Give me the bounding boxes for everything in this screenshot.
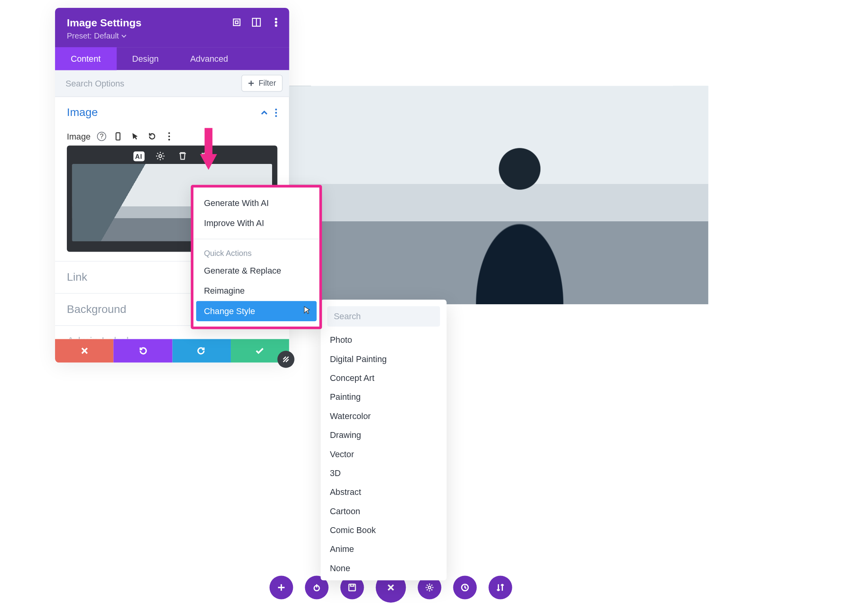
style-option[interactable]: Concept Art (321, 368, 447, 387)
ai-button[interactable]: AI (133, 151, 144, 161)
style-option[interactable]: Painting (321, 388, 447, 406)
fab-history[interactable] (453, 576, 477, 599)
svg-rect-1 (236, 21, 238, 24)
style-option[interactable]: Anime (321, 540, 447, 559)
svg-point-16 (158, 154, 161, 157)
columns-icon[interactable] (251, 17, 262, 28)
preset-selector[interactable]: Preset: Default (67, 31, 277, 40)
style-option[interactable]: Photo (321, 331, 447, 349)
fab-sort[interactable] (489, 576, 512, 599)
menu-generate-replace[interactable]: Generate & Replace (196, 260, 317, 281)
style-search-input[interactable] (327, 306, 440, 327)
style-option[interactable]: Vector (321, 445, 447, 463)
resize-handle[interactable] (277, 351, 294, 368)
style-option[interactable]: Watercolor (321, 406, 447, 425)
expand-icon[interactable] (232, 17, 242, 28)
svg-rect-24 (350, 584, 353, 586)
svg-point-4 (275, 18, 277, 20)
style-option[interactable]: None (321, 559, 447, 577)
fab-add[interactable] (269, 576, 293, 599)
style-option[interactable]: Abstract (321, 483, 447, 502)
search-options-input[interactable] (66, 78, 176, 88)
panel-header[interactable]: Image Settings Preset: Default (55, 8, 289, 47)
reset-icon[interactable] (147, 131, 158, 142)
trash-icon[interactable] (176, 149, 189, 162)
section-image-header[interactable]: Image (55, 97, 289, 129)
style-option[interactable]: Digital Painting (321, 349, 447, 368)
menu-reimagine[interactable]: Reimagine (196, 281, 317, 301)
undo-button[interactable] (114, 339, 172, 362)
help-icon[interactable]: ? (97, 132, 106, 141)
device-icon[interactable] (113, 131, 123, 142)
svg-point-11 (275, 115, 277, 117)
tab-advanced[interactable]: Advanced (175, 47, 244, 70)
style-dropdown: Photo Digital Painting Concept Art Paint… (321, 300, 447, 580)
svg-point-27 (428, 586, 431, 589)
panel-tabs: Content Design Advanced (55, 47, 289, 70)
svg-point-5 (275, 21, 277, 23)
menu-generate-with-ai[interactable]: Generate With AI (196, 193, 317, 213)
more-icon[interactable] (275, 108, 278, 117)
more-icon[interactable] (271, 17, 282, 28)
chevron-up-icon (260, 109, 268, 117)
image-field-label-row: Image ? (67, 131, 277, 142)
svg-point-9 (275, 108, 277, 110)
svg-point-6 (275, 25, 277, 27)
svg-point-10 (275, 112, 277, 114)
style-option[interactable]: Drawing (321, 426, 447, 445)
menu-change-style[interactable]: Change Style (196, 301, 317, 322)
svg-rect-12 (116, 133, 120, 140)
svg-point-14 (168, 136, 170, 137)
svg-point-13 (168, 132, 170, 134)
tab-design[interactable]: Design (116, 47, 175, 70)
hover-icon[interactable] (130, 131, 140, 142)
style-option[interactable]: 3D (321, 463, 447, 482)
cancel-button[interactable] (55, 339, 114, 362)
style-option[interactable]: Comic Book (321, 520, 447, 539)
filter-button[interactable]: Filter (241, 75, 283, 92)
menu-improve-with-ai[interactable]: Improve With AI (196, 213, 317, 234)
gear-icon[interactable] (153, 149, 166, 162)
ai-context-menu: Generate With AI Improve With AI Quick A… (191, 185, 322, 329)
cursor-icon (302, 305, 311, 316)
svg-rect-0 (234, 19, 240, 26)
more-icon[interactable] (164, 131, 175, 142)
search-row: Filter (55, 70, 289, 97)
redo-button[interactable] (172, 339, 231, 362)
menu-caption: Quick Actions (196, 245, 317, 260)
panel-action-bar (55, 339, 289, 362)
image-field-label: Image (67, 131, 90, 141)
page-hero-image (289, 86, 708, 304)
tab-content[interactable]: Content (55, 47, 116, 70)
svg-rect-23 (349, 584, 355, 591)
callout-arrow (199, 128, 218, 172)
style-option[interactable]: Cartoon (321, 502, 447, 520)
svg-point-15 (168, 139, 170, 140)
